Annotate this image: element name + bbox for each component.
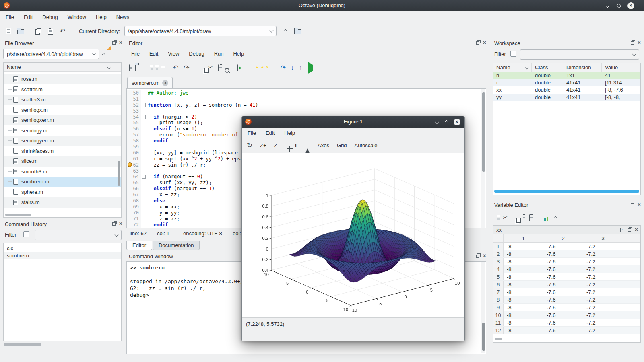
column-header-value[interactable]: Value [602,63,640,72]
file-browser-vscrollbar[interactable] [118,161,120,186]
workspace-hscrollbar[interactable] [494,190,639,193]
history-item[interactable]: sombrero [4,252,121,259]
undo-button[interactable]: ↶ [173,64,178,71]
menu-window[interactable]: Window [63,12,91,23]
editor-menu-edit[interactable]: Edit [144,48,163,59]
minimize-button[interactable] [433,118,440,125]
file-list-item[interactable]: scatter.m [4,84,121,95]
column-header-class[interactable]: Class [532,63,563,72]
file-list-item[interactable]: semilogy.m [4,125,121,136]
variable-row[interactable]: 1-8-7.6-7.2 [493,243,640,250]
column-header-dimension[interactable]: Dimension [563,63,602,72]
close-panel-icon[interactable]: × [635,228,638,232]
variable-row[interactable]: 4-8-7.6-7.2 [493,265,640,273]
fold-marker[interactable]: − [141,174,147,180]
close-panel-icon[interactable]: × [638,202,641,207]
terminal-vscrollbar-track[interactable] [481,262,485,353]
open-file-button[interactable] [135,65,136,71]
step-in-button[interactable]: ↓ [291,64,294,71]
current-directory-combo[interactable]: /app/share/octave/4.4.0/m/plot/draw [124,26,277,36]
fold-icon[interactable]: − [142,175,146,179]
continue-button[interactable] [308,65,313,71]
editor-line[interactable]: 53 [127,108,481,114]
run-file-button[interactable] [237,65,238,71]
editor-file-tab[interactable]: sombrero.m × [127,77,173,88]
history-filter-combo[interactable] [35,230,122,240]
fold-icon[interactable]: − [142,115,146,119]
file-list-header[interactable]: Name [4,63,121,72]
file-list-item[interactable]: rose.m [4,74,121,84]
editor-menu-view[interactable]: View [163,48,184,59]
editor-vscrollbar-track[interactable] [481,89,485,228]
browse-directory-button[interactable] [292,25,304,37]
fold-icon[interactable]: − [142,103,146,107]
workspace-row[interactable]: yydouble41x41[-8, -8, [493,94,640,101]
close-button[interactable]: × [453,118,460,125]
zoom-in-button[interactable]: Z+ [260,142,266,148]
file-list-item[interactable]: semilogx.m [4,105,121,115]
editor-line[interactable]: 51 [127,96,481,102]
command-history-hscrollbar[interactable] [4,343,41,346]
figure-menu-file[interactable]: File [243,128,261,138]
variable-row[interactable]: 6-8-7.6-7.2 [493,281,640,288]
grid-button[interactable]: Grid [337,142,347,148]
float-panel-icon[interactable] [631,203,634,206]
file-list-item[interactable]: smooth3.m [4,167,121,177]
variable-row[interactable]: 12-8-7.6-7.2 [493,327,640,334]
file-browser-up-button[interactable] [102,51,105,58]
variable-row[interactable]: 3-8-7.6-7.2 [493,258,640,265]
zoom-out-button[interactable]: Z- [274,142,279,148]
paste-button[interactable] [522,215,522,221]
float-panel-icon[interactable] [631,41,634,45]
tab-documentation[interactable]: Documentation [153,241,200,250]
close-panel-icon[interactable]: × [483,254,486,258]
step-button[interactable]: ↷ [281,64,286,71]
float-panel-icon[interactable] [476,255,479,258]
close-button[interactable]: × [627,2,634,9]
column-header[interactable]: 1 [504,234,543,242]
fold-marker[interactable]: − [141,114,147,120]
history-filter-checkbox[interactable] [23,231,29,237]
editor-menu-help[interactable]: Help [228,48,249,59]
editor-line[interactable]: 52−function [x, y, z] = sombrero (n = 41… [127,102,481,108]
figure-titlebar[interactable]: Figure 1 × [242,116,464,128]
file-list-item[interactable]: stairs.m [4,197,121,208]
one-level-up-button[interactable] [554,215,557,221]
file-list-item[interactable]: shrinkfaces.m [4,146,121,156]
close-panel-icon[interactable]: × [638,41,641,45]
float-panel-icon[interactable] [112,41,116,45]
directory-up-button[interactable] [280,25,292,37]
window-titlebar[interactable]: Octave (Debugging) × [0,0,644,11]
text-tool-button[interactable]: T [294,142,297,148]
variable-row[interactable]: 7-8-7.6-7.2 [493,288,640,296]
editor-menu-debug[interactable]: Debug [184,48,209,59]
breakpoint-icon[interactable] [128,162,132,167]
column-header-name[interactable]: Name [493,63,532,72]
tab-editor[interactable]: Editor [126,241,152,250]
editor-line[interactable]: 50## Author: jwe [127,90,481,96]
variable-row[interactable]: 9-8-7.6-7.2 [493,304,640,311]
select-tool-button[interactable] [305,142,310,148]
file-list-item[interactable]: semilogyerr.m [4,136,121,146]
new-script-button[interactable] [2,25,14,37]
file-list-item[interactable]: semilogxerr.m [4,115,121,125]
workspace-row[interactable]: ndouble1x141 [493,72,640,79]
paste-button[interactable] [44,25,56,37]
terminal-vscrollbar[interactable] [482,323,485,351]
float-panel-icon[interactable] [628,228,631,232]
menu-news[interactable]: News [111,12,134,23]
column-header[interactable]: 2 [543,234,583,242]
file-list-item[interactable]: sphere.m [4,187,121,197]
float-panel-icon[interactable] [112,222,116,226]
minimize-button[interactable] [604,2,611,9]
figure-window[interactable]: Figure 1 × FileEditHelp ↻ Z+ Z- T Axes G… [242,116,465,341]
undo-button[interactable]: ↶ [56,25,68,37]
variable-tab-header[interactable]: xx × [493,226,640,234]
menu-help[interactable]: Help [91,12,111,23]
figure-menu-edit[interactable]: Edit [261,128,279,138]
variable-row[interactable]: 11-8-7.6-7.2 [493,319,640,327]
workspace-row[interactable]: xxdouble41x41[-8, -7.6 [493,86,640,94]
step-out-button[interactable]: ↑ [299,64,302,71]
menu-debug[interactable]: Debug [37,12,62,23]
close-panel-icon[interactable]: × [119,222,122,226]
